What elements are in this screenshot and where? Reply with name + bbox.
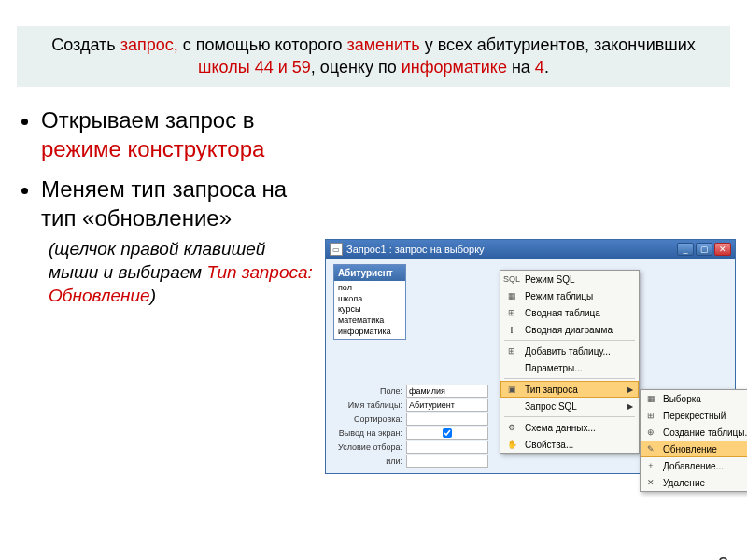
- menu-label: Перекрестный: [663, 411, 726, 421]
- menu-label: Обновление: [663, 444, 717, 455]
- menu-item-parameters[interactable]: Параметры...: [500, 359, 639, 376]
- grid-label: Имя таблицы:: [331, 400, 406, 410]
- grid-cell-checkbox[interactable]: [406, 427, 488, 440]
- access-screenshot: ▭ Запрос1 : запрос на выборку _ ▢ ✕ Абит…: [325, 239, 736, 474]
- update-icon: ✎: [644, 442, 657, 455]
- add-table-icon: ⊞: [504, 344, 519, 357]
- menu-item-delete[interactable]: ✕Удаление: [641, 474, 747, 491]
- schema-icon: ⚙: [504, 421, 519, 434]
- bullet-item: Меняем тип запроса на тип «обновление»: [41, 175, 317, 232]
- title-text: на: [507, 58, 535, 77]
- title-keyword: школы 44 и 59: [198, 58, 311, 77]
- menu-item-append[interactable]: +Добавление...: [641, 457, 747, 474]
- menu-label: Схема данных...: [525, 423, 596, 433]
- window-body: Абитуриент пол школа курсы математика ин…: [326, 259, 735, 473]
- grid-row: Условие отбора:: [331, 440, 488, 454]
- field-item[interactable]: пол: [338, 283, 402, 294]
- query-type-icon: ▣: [504, 383, 519, 396]
- menu-item-properties[interactable]: ✋Свойства...: [500, 436, 639, 453]
- window-title: Запрос1 : запрос на выборку: [346, 244, 677, 255]
- chart-icon: ⫿: [504, 323, 519, 336]
- menu-item-table-view[interactable]: ▦Режим таблицы: [500, 287, 639, 304]
- title-keyword: информатике: [402, 58, 507, 77]
- make-table-icon: ⊕: [644, 426, 657, 439]
- titlebar[interactable]: ▭ Запрос1 : запрос на выборку _ ▢ ✕: [326, 240, 735, 259]
- maximize-button[interactable]: ▢: [696, 243, 712, 256]
- menu-label: Сводная таблица: [525, 308, 600, 318]
- title-text: , оценку по: [311, 58, 402, 77]
- note: (щелчок правой клавишей мыши и выбираем …: [22, 238, 317, 307]
- menu-item-make-table[interactable]: ⊕Создание таблицы...: [641, 424, 747, 441]
- menu-item-pivot-table[interactable]: ⊞Сводная таблица: [500, 304, 639, 321]
- grid-label: или:: [331, 456, 406, 466]
- menu-item-select[interactable]: ▦Выборка: [641, 390, 747, 407]
- grid-cell[interactable]: [406, 441, 488, 454]
- grid-cell[interactable]: [406, 455, 488, 468]
- slide-title: Создать запрос, с помощью которого замен…: [17, 26, 730, 87]
- field-item[interactable]: курсы: [338, 304, 402, 315]
- grid-row: Имя таблицы:Абитуриент: [331, 398, 488, 412]
- sql-icon: SQL: [504, 273, 519, 286]
- properties-icon: ✋: [504, 438, 519, 451]
- grid-cell[interactable]: фамилия: [406, 385, 488, 398]
- submenu-arrow-icon: ▶: [627, 402, 633, 411]
- field-item[interactable]: математика: [338, 315, 402, 327]
- grid-icon: ▦: [504, 289, 519, 302]
- menu-label: Сводная диаграмма: [525, 325, 613, 335]
- menu-item-sql-query[interactable]: Запрос SQL▶: [500, 398, 639, 414]
- grid-label: Поле:: [331, 386, 406, 396]
- title-keyword: запрос,: [120, 35, 178, 54]
- table-box[interactable]: Абитуриент пол школа курсы математика ин…: [333, 264, 406, 340]
- bullet-emphasis: режиме конструктора: [41, 136, 264, 161]
- menu-label: Запрос SQL: [525, 401, 577, 412]
- field-item[interactable]: школа: [338, 294, 402, 305]
- field-item[interactable]: информатика: [338, 327, 402, 338]
- grid-row: Вывод на экран:: [331, 426, 488, 440]
- menu-label: Выборка: [663, 394, 701, 404]
- menu-label: Удаление: [663, 478, 705, 488]
- grid-label: Сортировка:: [331, 414, 406, 424]
- title-text: Создать: [51, 35, 120, 54]
- menu-item-sql-view[interactable]: SQLРежим SQL: [500, 271, 639, 287]
- menu-label: Режим таблицы: [525, 291, 593, 301]
- blank-icon: [504, 361, 519, 374]
- bullet-list: Открываем запрос в режиме конструктора М…: [0, 105, 317, 308]
- grid-label: Условие отбора:: [331, 442, 406, 452]
- close-button[interactable]: ✕: [714, 243, 731, 256]
- menu-separator: [504, 416, 635, 417]
- crosstab-icon: ⊞: [644, 409, 657, 422]
- minimize-button[interactable]: _: [677, 243, 694, 256]
- pivot-icon: ⊞: [504, 306, 519, 319]
- menu-item-crosstab[interactable]: ⊞Перекрестный: [641, 407, 747, 424]
- title-text: с помощью которого: [178, 35, 347, 54]
- menu-separator: [504, 340, 635, 341]
- menu-item-query-type[interactable]: ▣Тип запроса▶: [500, 381, 639, 398]
- title-text: .: [544, 58, 549, 77]
- menu-separator: [504, 378, 635, 379]
- window-icon: ▭: [330, 243, 343, 256]
- grid-cell[interactable]: Абитуриент: [406, 399, 488, 412]
- query-window: ▭ Запрос1 : запрос на выборку _ ▢ ✕ Абит…: [325, 239, 736, 474]
- grid-cell[interactable]: [406, 413, 488, 426]
- grid-row: или:: [331, 454, 488, 468]
- submenu-query-type[interactable]: ▦Выборка ⊞Перекрестный ⊕Создание таблицы…: [640, 389, 747, 492]
- bullet-item: Открываем запрос в режиме конструктора: [41, 105, 317, 163]
- page-number: 2: [718, 553, 728, 560]
- context-menu[interactable]: SQLРежим SQL ▦Режим таблицы ⊞Сводная таб…: [500, 270, 640, 454]
- bullet-text: Открываем запрос в: [41, 107, 255, 133]
- blank-icon: [504, 399, 519, 413]
- grid-row: Сортировка:: [331, 412, 488, 426]
- title-keyword: заменить: [346, 35, 419, 54]
- menu-label: Параметры...: [525, 363, 583, 373]
- output-checkbox[interactable]: [443, 428, 452, 438]
- table-header: Абитуриент: [334, 265, 405, 281]
- field-list: пол школа курсы математика информатика: [334, 281, 405, 339]
- append-icon: +: [644, 459, 657, 472]
- slide: Создать запрос, с помощью которого замен…: [0, 26, 747, 560]
- grid-row: Поле:фамилия: [331, 384, 488, 398]
- menu-item-add-table[interactable]: ⊞Добавить таблицу...: [500, 343, 639, 359]
- delete-icon: ✕: [644, 476, 657, 489]
- menu-item-update[interactable]: ✎Обновление: [641, 441, 747, 457]
- menu-item-pivot-chart[interactable]: ⫿Сводная диаграмма: [500, 321, 639, 338]
- menu-item-schema[interactable]: ⚙Схема данных...: [500, 419, 639, 436]
